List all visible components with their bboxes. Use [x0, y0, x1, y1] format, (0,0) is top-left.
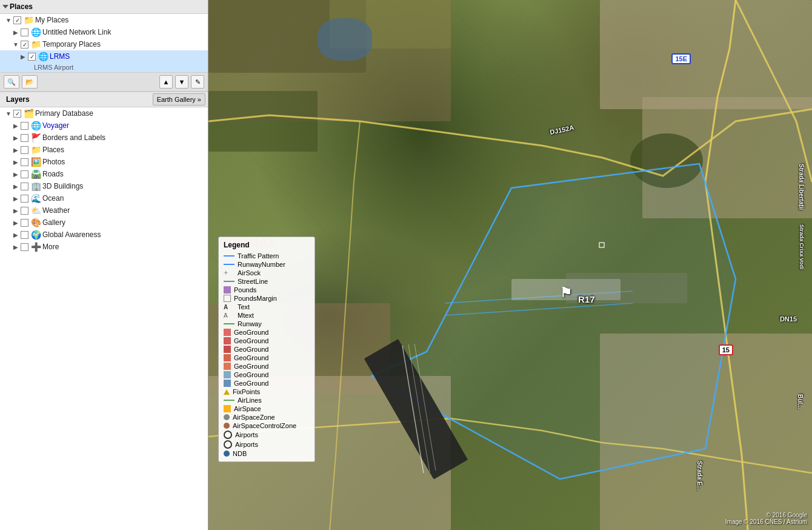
legend-swatch	[224, 400, 235, 401]
places-collapse-icon	[2, 5, 8, 8]
new-button[interactable]: ✎	[191, 75, 204, 89]
expander-places-layer[interactable]: ▶	[12, 146, 19, 153]
legend-swatch	[224, 371, 231, 378]
places-title: Places	[10, 2, 33, 11]
checkbox-global-awareness[interactable]	[21, 231, 28, 239]
urban-patch	[600, 0, 812, 109]
tree-item-roads[interactable]: ▶ 🛣️ Roads	[0, 168, 208, 180]
legend-label: Pounds	[234, 286, 256, 294]
expander-photos[interactable]: ▶	[12, 158, 19, 166]
folder-icon-my-places: 📁	[24, 15, 34, 25]
checkbox-places-layer[interactable]	[21, 146, 28, 154]
legend-label: NDB	[233, 450, 247, 457]
tree-item-borders[interactable]: ▶ 🚩 Borders and Labels	[0, 132, 208, 144]
checkbox-roads[interactable]	[21, 170, 28, 178]
legend-row-geoground6: GeoGround	[224, 371, 308, 379]
expander-ocean[interactable]: ▶	[12, 195, 19, 202]
checkbox-temp-places[interactable]	[21, 41, 28, 49]
checkbox-lrms[interactable]	[28, 53, 36, 61]
legend-swatch	[224, 295, 231, 302]
map-area[interactable]: ⚑ PROMAX DJ152A DN15 Bul... Strada Liber…	[208, 0, 812, 530]
checkbox-primary-db[interactable]	[13, 110, 21, 118]
places-header[interactable]: Places	[0, 0, 208, 14]
legend-label: Runway	[238, 320, 262, 327]
expander-3d-buildings[interactable]: ▶	[12, 183, 19, 190]
move-up-button[interactable]: ▲	[159, 75, 173, 89]
legend-label: AirLines	[238, 397, 262, 404]
tree-item-primary-db[interactable]: ▼ 🗂️ Primary Database	[0, 107, 208, 119]
legend-swatch	[224, 414, 230, 420]
label-ocean: Ocean	[42, 194, 64, 203]
folder-button[interactable]: 📂	[22, 75, 38, 89]
expander-more[interactable]: ▶	[12, 243, 19, 250]
tree-item-temp-places[interactable]: ▼ 📁 Temporary Places	[0, 38, 208, 50]
search-button[interactable]: 🔍	[4, 75, 19, 89]
expander-network-link[interactable]: ▶	[12, 29, 19, 36]
tree-item-3d-buildings[interactable]: ▶ 🏢 3D Buildings	[0, 180, 208, 192]
expander-primary-db[interactable]: ▼	[5, 110, 12, 117]
label-places-layer: Places	[42, 146, 64, 154]
road-label-strada: Strada E...	[696, 461, 703, 491]
checkbox-weather[interactable]	[21, 207, 28, 215]
tree-item-photos[interactable]: ▶ 🖼️ Photos	[0, 156, 208, 168]
expander-borders[interactable]: ▶	[12, 134, 19, 141]
legend-label: GeoGround	[234, 337, 268, 344]
expander-weather[interactable]: ▶	[12, 207, 19, 214]
label-global-awareness: Global Awareness	[42, 230, 101, 239]
layers-title-label: Layers	[6, 95, 30, 104]
tree-item-gallery[interactable]: ▶ 🎨 Gallery	[0, 216, 208, 229]
tree-item-lrms[interactable]: ▶ 🌐 LRMS	[0, 50, 208, 62]
earth-gallery-button[interactable]: Earth Gallery »	[153, 93, 205, 106]
layers-section: Layers Earth Gallery » ▼ 🗂️ Primary Data…	[0, 92, 208, 530]
left-panel: Places ▼ 📁 My Places ▶ 🌐 Untitled Networ…	[0, 0, 208, 530]
tree-item-places-layer[interactable]: ▶ 📁 Places	[0, 144, 208, 156]
checkbox-voyager[interactable]	[21, 122, 28, 130]
move-down-button[interactable]: ▼	[175, 75, 188, 89]
expander-roads[interactable]: ▶	[12, 170, 19, 178]
legend-label: AirSpaceZone	[233, 414, 275, 421]
checkbox-my-places[interactable]	[13, 16, 21, 24]
legend-swatch	[224, 405, 231, 412]
weather-icon: ⛅	[31, 206, 41, 215]
tree-item-voyager[interactable]: ▶ 🌐 Voyager	[0, 119, 208, 132]
legend-row-geoground1: GeoGround	[224, 328, 308, 337]
road-label-bul: Bul...	[797, 394, 804, 409]
checkbox-borders[interactable]	[21, 134, 28, 142]
legend-row-airspacezone: AirSpaceZone	[224, 413, 308, 421]
legend-row-geoground5: GeoGround	[224, 362, 308, 371]
legend-swatch	[224, 329, 231, 336]
expander-temp-places[interactable]: ▼	[12, 41, 19, 48]
legend-row-airports2: Airports	[224, 440, 308, 449]
label-borders: Borders and Labels	[42, 133, 105, 142]
expander-lrms[interactable]: ▶	[19, 53, 27, 60]
tree-item-lrms-sub[interactable]: LRMS Airport	[0, 62, 208, 72]
legend-label: GeoGround	[234, 363, 268, 370]
expander-gallery[interactable]: ▶	[12, 219, 19, 226]
checkbox-gallery[interactable]	[21, 219, 28, 227]
checkbox-ocean[interactable]	[21, 195, 28, 203]
tree-item-network-link[interactable]: ▶ 🌐 Untitled Network Link	[0, 26, 208, 38]
expander-my-places[interactable]: ▼	[5, 16, 12, 24]
places-layer-icon: 📁	[31, 145, 41, 155]
layers-title-btn[interactable]: Layers	[0, 93, 150, 106]
legend-swatch: ✈	[224, 270, 235, 276]
tree-item-global-awareness[interactable]: ▶ 🌍 Global Awareness	[0, 229, 208, 241]
folder-add-icon: 📂	[25, 78, 34, 86]
tree-item-more[interactable]: ▶ ➕ More	[0, 241, 208, 253]
legend-row-airspacecontrolzone: AirSpaceControlZone	[224, 421, 308, 430]
tree-item-ocean[interactable]: ▶ 🌊 Ocean	[0, 192, 208, 204]
legend-label: GeoGround	[234, 371, 268, 378]
checkbox-network-link[interactable]	[21, 29, 28, 36]
global-awareness-icon: 🌍	[31, 230, 41, 240]
legend-label: AirSpaceControlZone	[233, 422, 296, 429]
checkbox-3d-buildings[interactable]	[21, 183, 28, 190]
tree-item-my-places[interactable]: ▼ 📁 My Places	[0, 14, 208, 26]
tree-item-weather[interactable]: ▶ ⛅ Weather	[0, 204, 208, 216]
legend-swatch	[224, 451, 230, 457]
checkbox-photos[interactable]	[21, 158, 28, 166]
expander-global-awareness[interactable]: ▶	[12, 231, 19, 238]
expander-voyager[interactable]: ▶	[12, 122, 19, 129]
expander-lrms-sub	[27, 64, 34, 71]
borders-icon: 🚩	[31, 133, 41, 143]
checkbox-more[interactable]	[21, 243, 28, 251]
